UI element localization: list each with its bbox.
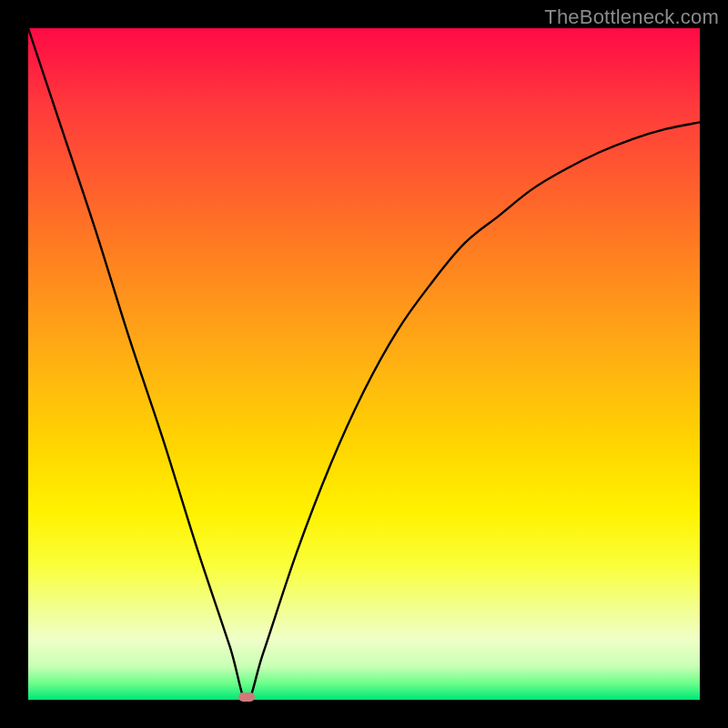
chart-frame: TheBottleneck.com	[0, 0, 728, 728]
minimum-marker	[238, 693, 255, 702]
watermark-text: TheBottleneck.com	[544, 5, 719, 29]
plot-area	[28, 28, 700, 700]
curve-line	[28, 28, 700, 700]
